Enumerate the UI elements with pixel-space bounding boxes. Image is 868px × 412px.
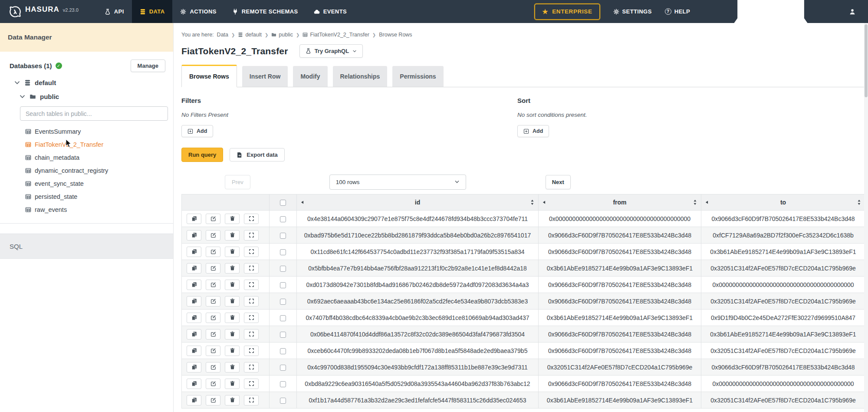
row-checkbox[interactable]: [280, 299, 286, 305]
chevron-down-icon[interactable]: [14, 79, 20, 86]
next-page-button[interactable]: Next: [546, 175, 571, 189]
tab-relationships[interactable]: Relationships: [333, 66, 388, 87]
enterprise-button[interactable]: ★ ENTERPRISE: [534, 3, 600, 20]
brand[interactable]: HASURA v2.23.0: [9, 5, 79, 18]
row-checkbox[interactable]: [280, 381, 286, 387]
delete-row-button[interactable]: [225, 214, 240, 224]
nav-item-api[interactable]: API: [97, 0, 132, 23]
edit-row-button[interactable]: [206, 247, 220, 257]
expand-row-button[interactable]: [244, 313, 259, 323]
sidebar-item-chain_metadata[interactable]: chain_metadata: [25, 154, 173, 162]
row-checkbox[interactable]: [280, 348, 286, 354]
edit-row-button[interactable]: [206, 379, 220, 389]
tab-permissions[interactable]: Permissions: [392, 66, 443, 87]
expand-row-button[interactable]: [244, 230, 259, 241]
row-checkbox[interactable]: [280, 233, 286, 239]
export-data-button[interactable]: Export data: [230, 148, 285, 162]
row-checkbox[interactable]: [280, 398, 286, 404]
clone-row-button[interactable]: [187, 280, 201, 290]
clone-row-button[interactable]: [187, 313, 201, 323]
clone-row-button[interactable]: [187, 263, 201, 274]
chevron-down-icon[interactable]: [19, 93, 26, 100]
edit-row-button[interactable]: [206, 280, 220, 290]
expand-row-button[interactable]: [244, 395, 259, 405]
select-all-checkbox[interactable]: [280, 200, 286, 206]
sidebar-item-FiatTokenV2_2_Transfer[interactable]: FiatTokenV2_2_Transfer: [25, 141, 173, 148]
tab-modify[interactable]: Modify: [293, 66, 327, 87]
breadcrumb-item[interactable]: FiatTokenV2_2_Transfer: [302, 32, 369, 38]
try-graphql-button[interactable]: Try GraphQL: [299, 44, 363, 58]
nav-item-actions[interactable]: ACTIONS: [172, 0, 224, 23]
scrollbar-thumb[interactable]: [865, 24, 868, 97]
edit-row-button[interactable]: [206, 214, 220, 224]
delete-row-button[interactable]: [225, 280, 240, 290]
clone-row-button[interactable]: [187, 214, 201, 224]
expand-row-button[interactable]: [244, 296, 259, 307]
settings-button[interactable]: SETTINGS: [613, 8, 652, 15]
nav-item-data[interactable]: DATA: [132, 0, 173, 23]
clone-row-button[interactable]: [187, 230, 201, 241]
sidebar-item-raw_events[interactable]: raw_events: [25, 206, 173, 214]
delete-row-button[interactable]: [225, 230, 240, 241]
row-checkbox[interactable]: [280, 216, 286, 222]
add-sort-button[interactable]: Add: [517, 125, 549, 137]
nav-item-events[interactable]: EVENTS: [306, 0, 355, 23]
delete-row-button[interactable]: [225, 247, 240, 257]
row-checkbox[interactable]: [280, 282, 286, 288]
page-scrollbar[interactable]: [864, 23, 868, 412]
edit-row-button[interactable]: [206, 329, 220, 339]
delete-row-button[interactable]: [225, 296, 240, 307]
breadcrumb-item[interactable]: Browse Rows: [379, 32, 412, 38]
delete-row-button[interactable]: [225, 362, 240, 372]
column-header-from[interactable]: from: [539, 194, 701, 211]
sql-section-link[interactable]: SQL: [0, 234, 173, 259]
row-checkbox[interactable]: [280, 266, 286, 272]
sidebar-item-event_sync_state[interactable]: event_sync_state: [25, 180, 173, 188]
rows-per-page-select[interactable]: 100 rows: [329, 175, 466, 190]
column-header-id[interactable]: id: [297, 194, 539, 211]
edit-row-button[interactable]: [206, 395, 220, 405]
breadcrumb-item[interactable]: public: [271, 32, 293, 38]
expand-row-button[interactable]: [244, 214, 259, 224]
row-checkbox[interactable]: [280, 315, 286, 321]
breadcrumb-item[interactable]: default: [238, 32, 262, 38]
delete-row-button[interactable]: [225, 346, 240, 356]
clone-row-button[interactable]: [187, 247, 201, 257]
add-filter-button[interactable]: Add: [181, 125, 213, 137]
edit-row-button[interactable]: [206, 346, 220, 356]
clone-row-button[interactable]: [187, 395, 201, 405]
tree-node-database[interactable]: default: [14, 79, 173, 86]
user-menu-button[interactable]: [849, 8, 856, 15]
expand-row-button[interactable]: [244, 379, 259, 389]
clone-row-button[interactable]: [187, 329, 201, 339]
edit-row-button[interactable]: [206, 362, 220, 372]
table-search-input[interactable]: [20, 106, 168, 121]
run-query-button[interactable]: Run query: [181, 148, 223, 162]
clone-row-button[interactable]: [187, 346, 201, 356]
nav-item-remote-schemas[interactable]: REMOTE SCHEMAS: [224, 0, 306, 23]
clone-row-button[interactable]: [187, 379, 201, 389]
delete-row-button[interactable]: [225, 329, 240, 339]
expand-row-button[interactable]: [244, 263, 259, 274]
delete-row-button[interactable]: [225, 395, 240, 405]
tab-browse-rows[interactable]: Browse Rows: [181, 65, 237, 87]
sidebar-item-EventsSummary[interactable]: EventsSummary: [25, 128, 173, 135]
expand-row-button[interactable]: [244, 247, 259, 257]
clone-row-button[interactable]: [187, 362, 201, 372]
manage-button[interactable]: Manage: [131, 59, 165, 72]
edit-row-button[interactable]: [206, 296, 220, 307]
edit-row-button[interactable]: [206, 313, 220, 323]
edit-row-button[interactable]: [206, 230, 220, 241]
expand-row-button[interactable]: [244, 280, 259, 290]
expand-row-button[interactable]: [244, 346, 259, 356]
column-header-to[interactable]: to: [701, 194, 865, 211]
breadcrumb-item[interactable]: Data: [217, 32, 228, 38]
tree-node-schema[interactable]: public: [19, 93, 173, 100]
delete-row-button[interactable]: [225, 263, 240, 274]
clone-row-button[interactable]: [187, 296, 201, 307]
row-checkbox[interactable]: [280, 365, 286, 371]
row-checkbox[interactable]: [280, 332, 286, 338]
expand-row-button[interactable]: [244, 362, 259, 372]
prev-page-button[interactable]: Prev: [225, 175, 250, 189]
tab-insert-row[interactable]: Insert Row: [242, 66, 288, 87]
